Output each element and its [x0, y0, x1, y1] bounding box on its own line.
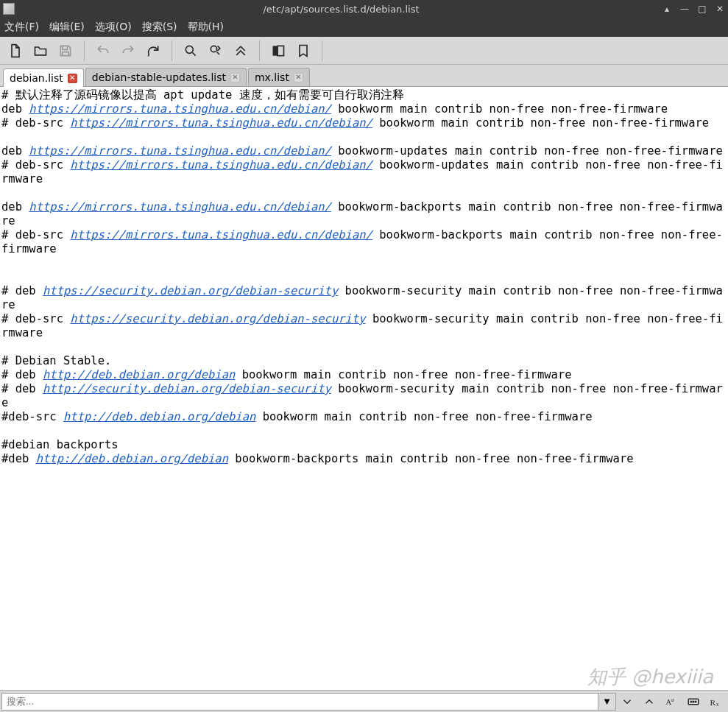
searchbar: ▼ Aa Rx	[0, 690, 728, 712]
redo-button[interactable]	[117, 40, 139, 62]
url-link[interactable]: https://security.debian.org/debian-secur…	[43, 284, 338, 297]
toolbar-separator	[172, 40, 172, 61]
svg-point-9	[695, 701, 696, 702]
search-icon	[183, 43, 198, 58]
svg-point-8	[693, 701, 694, 702]
url-link[interactable]: http://deb.debian.org/debian	[36, 452, 228, 465]
svg-rect-3	[278, 46, 283, 55]
svg-text:x: x	[716, 701, 719, 708]
svg-text:a: a	[671, 697, 674, 703]
search-replace-icon	[208, 43, 223, 58]
svg-text:R: R	[710, 697, 716, 706]
reload-icon	[146, 43, 160, 58]
goto-line-button[interactable]	[230, 40, 252, 62]
url-link[interactable]: https://mirrors.tuna.tsinghua.edu.cn/deb…	[70, 228, 372, 242]
tab-label: mx.list	[255, 71, 289, 83]
regex-button[interactable]: Rx	[704, 693, 727, 711]
sidebar-icon	[271, 43, 286, 58]
match-case-icon: Aa	[665, 695, 678, 708]
search-next-button[interactable]	[616, 693, 638, 711]
svg-rect-2	[273, 46, 278, 55]
regex-icon: Rx	[709, 695, 722, 708]
tab-mx-list[interactable]: mx.list ✕	[248, 68, 310, 86]
chevron-down-icon	[621, 695, 634, 708]
url-link[interactable]: https://mirrors.tuna.tsinghua.edu.cn/deb…	[70, 158, 372, 172]
rollup-icon[interactable]: ▴	[662, 4, 672, 14]
minimize-icon[interactable]: —	[679, 4, 690, 14]
menu-options[interactable]: 选项(O)	[95, 21, 132, 34]
close-tab-icon[interactable]: ✕	[294, 73, 303, 82]
url-link[interactable]: https://mirrors.tuna.tsinghua.edu.cn/deb…	[29, 144, 331, 158]
text-editor[interactable]: # 默认注释了源码镜像以提高 apt update 速度，如有需要可自行取消注释…	[0, 87, 728, 690]
goto-icon	[233, 43, 248, 58]
svg-point-1	[211, 46, 216, 52]
menu-help[interactable]: 帮助(H)	[188, 21, 224, 34]
close-tab-icon[interactable]: ✕	[68, 74, 77, 83]
url-link[interactable]: http://security.debian.org/debian-securi…	[43, 382, 331, 395]
toolbar	[0, 37, 728, 65]
search-dropdown[interactable]: ▼	[598, 693, 616, 711]
maximize-icon[interactable]: □	[697, 4, 707, 14]
url-link[interactable]: https://security.debian.org/debian-secur…	[70, 312, 365, 325]
undo-icon	[96, 43, 110, 58]
tab-debian-stable-updates[interactable]: debian-stable-updates.list ✕	[85, 68, 247, 86]
open-folder-icon	[33, 43, 48, 58]
tabbar: debian.list ✕ debian-stable-updates.list…	[0, 65, 728, 87]
window-title: /etc/apt/sources.list.d/debian.list	[21, 4, 662, 15]
reload-button[interactable]	[142, 40, 164, 62]
open-file-button[interactable]	[29, 40, 52, 62]
toolbar-separator	[322, 40, 322, 61]
svg-point-0	[185, 46, 193, 53]
tab-debian-list[interactable]: debian.list ✕	[3, 68, 84, 87]
undo-button[interactable]	[92, 40, 114, 62]
whole-word-icon	[687, 695, 700, 708]
tab-label: debian.list	[10, 72, 63, 84]
svg-point-7	[690, 701, 692, 702]
close-window-icon[interactable]: ✕	[715, 4, 725, 14]
save-file-button[interactable]	[54, 40, 77, 62]
match-case-button[interactable]: Aa	[660, 693, 682, 711]
url-link[interactable]: https://mirrors.tuna.tsinghua.edu.cn/deb…	[29, 200, 331, 214]
window-controls: ▴ — □ ✕	[662, 4, 725, 14]
toolbar-separator	[259, 40, 260, 61]
app-icon	[3, 3, 15, 15]
titlebar: /etc/apt/sources.list.d/debian.list ▴ — …	[0, 0, 728, 18]
menu-file[interactable]: 文件(F)	[4, 21, 39, 34]
close-tab-icon[interactable]: ✕	[230, 73, 240, 82]
save-icon	[58, 43, 73, 58]
new-file-button[interactable]	[4, 40, 26, 62]
tab-label: debian-stable-updates.list	[92, 71, 226, 83]
toolbar-separator	[84, 40, 85, 61]
search-replace-button[interactable]	[205, 40, 227, 62]
menu-search[interactable]: 搜索(S)	[142, 21, 177, 34]
url-link[interactable]: https://mirrors.tuna.tsinghua.edu.cn/deb…	[29, 102, 331, 116]
url-link[interactable]: http://deb.debian.org/debian	[43, 368, 235, 381]
redo-icon	[121, 43, 135, 58]
new-file-icon	[8, 43, 23, 58]
url-link[interactable]: https://mirrors.tuna.tsinghua.edu.cn/deb…	[70, 116, 372, 130]
sidebar-toggle-button[interactable]	[267, 40, 289, 62]
whole-word-button[interactable]	[682, 693, 704, 711]
menubar: 文件(F) 编辑(E) 选项(O) 搜索(S) 帮助(H)	[0, 18, 728, 37]
chevron-up-icon	[643, 695, 656, 708]
bookmark-button[interactable]	[292, 40, 314, 62]
search-prev-button[interactable]	[638, 693, 660, 711]
bookmark-icon	[296, 43, 311, 58]
search-input[interactable]	[1, 693, 598, 711]
menu-edit[interactable]: 编辑(E)	[49, 21, 85, 34]
url-link[interactable]: http://deb.debian.org/debian	[63, 410, 255, 423]
search-button[interactable]	[180, 40, 202, 62]
